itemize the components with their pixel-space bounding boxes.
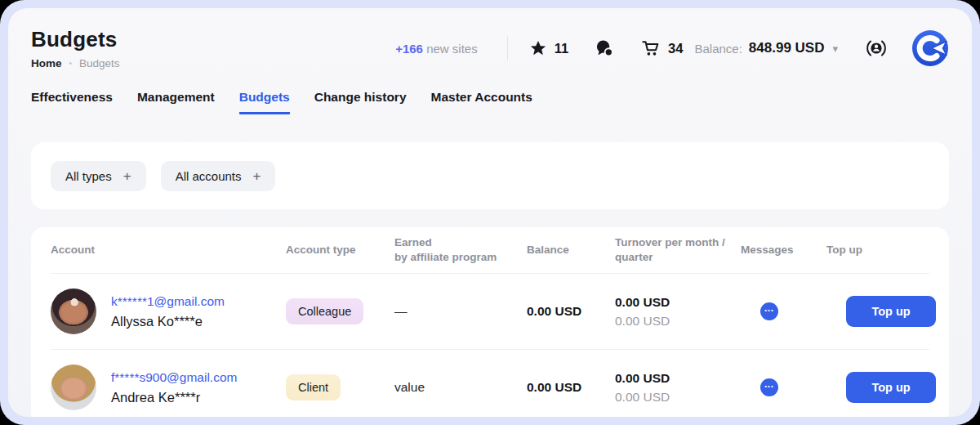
turnover-main: 0.00 USD <box>615 371 741 386</box>
message-icon[interactable]: ••• <box>760 378 778 396</box>
tab-change-history[interactable]: Change history <box>314 90 407 114</box>
account-email-link[interactable]: f*****s900@gmail.com <box>111 370 237 385</box>
filters-card: All types + All accounts + <box>31 142 949 209</box>
col-account-type: Account type <box>286 243 394 257</box>
tab-management[interactable]: Management <box>137 90 215 114</box>
account-texts: k******1@gmail.com Allyssa Ko****e <box>111 294 225 329</box>
filter-all-types[interactable]: All types + <box>51 161 146 191</box>
logo-icon <box>911 29 949 67</box>
plus-icon: + <box>253 169 261 183</box>
message-dots: ••• <box>764 307 773 314</box>
cart-count: 34 <box>668 41 683 56</box>
cart-counter[interactable]: 34 <box>641 38 683 58</box>
table-header-row: Account Account type Earned by affiliate… <box>51 227 929 274</box>
account-focus-button[interactable] <box>866 38 887 59</box>
breadcrumb: Home • Budgets <box>31 57 120 69</box>
balance-cell: 0.00 USD <box>527 304 615 319</box>
filter-all-accounts-label: All accounts <box>176 169 242 183</box>
account-texts: f*****s900@gmail.com Andrea Ke****r <box>111 370 237 405</box>
star-icon <box>529 39 547 57</box>
message-dots: ••• <box>764 383 773 390</box>
header-divider <box>507 36 508 60</box>
tab-bar: Effectiveness Management Budgets Change … <box>31 90 949 118</box>
tab-effectiveness[interactable]: Effectiveness <box>31 90 113 114</box>
budgets-page: Budgets Home • Budgets +166 new sites <box>8 8 972 417</box>
account-type-badge: Client <box>286 374 341 400</box>
app-logo[interactable] <box>911 29 949 67</box>
breadcrumb-home-link[interactable]: Home <box>31 57 62 69</box>
favorites-counter[interactable]: 11 <box>529 39 568 57</box>
account-name: Andrea Ke****r <box>111 390 237 405</box>
col-turnover: Turnover per month / quarter <box>615 235 741 265</box>
account-email-link[interactable]: k******1@gmail.com <box>111 294 225 309</box>
plus-icon: + <box>123 169 131 183</box>
table-row: f*****s900@gmail.com Andrea Ke****r Clie… <box>51 350 929 417</box>
tab-budgets[interactable]: Budgets <box>239 90 290 114</box>
col-top-up: Top up <box>826 243 929 257</box>
avatar <box>51 365 96 410</box>
top-up-button[interactable]: Top up <box>846 296 936 327</box>
chevron-down-icon: ▾ <box>832 42 838 55</box>
balance-value: 848.99 USD <box>749 40 825 56</box>
breadcrumb-current: Budgets <box>79 57 120 69</box>
balance-cell: 0.00 USD <box>527 380 615 395</box>
turnover-sub: 0.00 USD <box>615 314 741 329</box>
earned-value: — <box>394 304 527 319</box>
new-sites-link[interactable]: +166 new sites <box>395 42 478 56</box>
title-block: Budgets Home • Budgets <box>31 27 120 69</box>
cart-icon <box>641 38 661 58</box>
person-focus-icon <box>866 38 887 59</box>
account-cell: k******1@gmail.com Allyssa Ko****e <box>51 289 286 334</box>
turnover-main: 0.00 USD <box>615 295 741 310</box>
balance-label: Balance: <box>694 42 742 56</box>
col-earned: Earned by affiliate program <box>394 235 527 265</box>
top-bar-right: +166 new sites 11 <box>395 29 949 67</box>
chat-button[interactable] <box>595 38 615 59</box>
filter-all-types-label: All types <box>65 169 112 183</box>
top-up-button[interactable]: Top up <box>846 372 936 403</box>
avatar <box>51 289 96 334</box>
message-icon[interactable]: ••• <box>760 302 778 320</box>
turnover-cell: 0.00 USD 0.00 USD <box>615 371 741 405</box>
tab-master-accounts[interactable]: Master Accounts <box>431 90 532 114</box>
col-messages: Messages <box>741 243 826 257</box>
account-name: Allyssa Ko****e <box>111 314 225 329</box>
col-account: Account <box>51 243 286 257</box>
page-title: Budgets <box>31 27 120 52</box>
account-cell: f*****s900@gmail.com Andrea Ke****r <box>51 365 286 410</box>
filter-all-accounts[interactable]: All accounts + <box>161 161 276 191</box>
chat-bubbles-icon <box>595 38 615 59</box>
new-sites-label: new sites <box>426 42 478 56</box>
balance-dropdown[interactable]: Balance: 848.99 USD ▾ <box>694 40 838 56</box>
top-bar: Budgets Home • Budgets +166 new sites <box>31 25 949 72</box>
budgets-table: Account Account type Earned by affiliate… <box>31 227 949 417</box>
col-balance: Balance <box>527 243 615 257</box>
table-row: k******1@gmail.com Allyssa Ko****e Colle… <box>51 274 929 350</box>
new-sites-count: +166 <box>395 42 423 56</box>
breadcrumb-separator-icon: • <box>69 59 73 68</box>
turnover-sub: 0.00 USD <box>615 390 741 405</box>
favorites-count: 11 <box>555 41 568 56</box>
earned-value: value <box>394 380 527 395</box>
window-frame: Budgets Home • Budgets +166 new sites <box>0 0 980 425</box>
turnover-cell: 0.00 USD 0.00 USD <box>615 295 741 329</box>
account-type-badge: Colleague <box>286 298 363 324</box>
